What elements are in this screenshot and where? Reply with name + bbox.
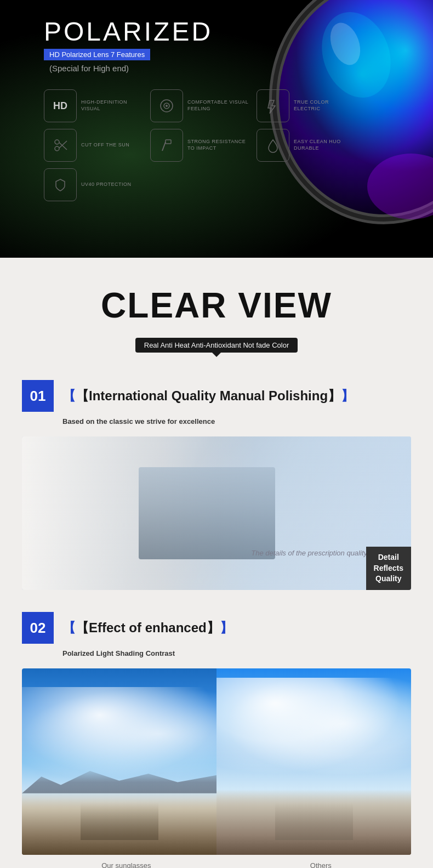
- section-02-subtitle: Polarized Light Shading Contrast: [62, 649, 411, 657]
- comparison-panels: [22, 668, 411, 855]
- section-01-header: 01 【【International Quality Manual Polish…: [22, 380, 411, 412]
- feature-hd: HD HIGH-DEFINITION VISUAL: [44, 89, 144, 122]
- eye-icon: [150, 89, 183, 122]
- section-02-title: 【【Effect of enhanced】】: [62, 619, 233, 637]
- section-01-title: 【【International Quality Manual Polishing…: [62, 387, 354, 405]
- section-01-subtitle: Based on the classic we strive for excel…: [62, 417, 411, 426]
- clear-view-title: CLEAR VIEW: [22, 285, 411, 326]
- hero-special: (Special for High end): [49, 64, 433, 73]
- comparison-image-container: [22, 668, 411, 855]
- hero-title: POLARIZED: [44, 16, 433, 47]
- features-grid: HD HIGH-DEFINITION VISUAL COMFORTABLE VI…: [44, 89, 356, 201]
- right-label: Others: [310, 861, 332, 868]
- comparison-labels: Our sunglasses Others: [22, 855, 411, 868]
- uv-label: UV40 PROTECTION: [81, 181, 132, 188]
- image-caption: The details of the prescription quality: [251, 549, 367, 557]
- left-label: Our sunglasses: [101, 861, 151, 868]
- svg-line-16: [162, 142, 166, 151]
- svg-line-14: [59, 141, 67, 148]
- section-02: 02 【【Effect of enhanced】】 Polarized Ligh…: [0, 601, 433, 868]
- feature-cutoff: CUT OFF THE SUN: [44, 129, 144, 162]
- polishing-image-container: The details of the prescription quality …: [22, 436, 411, 590]
- section-01: 01 【【International Quality Manual Polish…: [0, 364, 433, 601]
- drop-icon: [257, 129, 289, 162]
- left-panel: [22, 668, 216, 855]
- clear-view-subtitle: Real Anti Heat Anti-Antioxidant Not fade…: [135, 338, 298, 353]
- impact-label: STRONG RESISTANCE TO IMPACT: [187, 139, 250, 151]
- section-01-number: 01: [22, 380, 54, 412]
- hammer-icon: [150, 129, 183, 162]
- feature-uv: UV40 PROTECTION: [44, 168, 144, 201]
- detail-badge: DetailReflectsQuality: [366, 547, 411, 590]
- shield-icon: [44, 168, 77, 201]
- clouds-left: [22, 687, 216, 780]
- clear-view-section: CLEAR VIEW Real Anti Heat Anti-Antioxida…: [0, 258, 433, 364]
- section-02-header: 02 【【Effect of enhanced】】: [22, 612, 411, 644]
- comfortable-label: COMFORTABLE VISUAL FEELING: [187, 99, 250, 112]
- svg-point-11: [55, 140, 59, 144]
- scissors-icon: [44, 129, 77, 162]
- svg-point-12: [55, 146, 59, 151]
- feature-impact: STRONG RESISTANCE TO IMPACT: [150, 129, 250, 162]
- electric-icon: [257, 89, 289, 122]
- hd-badge: HD Polarized Lens 7 Features: [44, 49, 150, 60]
- svg-rect-15: [166, 140, 171, 144]
- svg-line-13: [59, 143, 67, 150]
- clouds-right: [216, 678, 411, 780]
- section-02-number: 02: [22, 612, 54, 644]
- svg-point-10: [166, 105, 168, 107]
- truecolor-label: TRUE COLOR ELECTRIC: [294, 99, 356, 112]
- right-panel: [216, 668, 411, 855]
- hd-icon: HD: [44, 89, 77, 122]
- cutoff-label: CUT OFF THE SUN: [81, 142, 129, 149]
- hero-section: POLARIZED HD Polarized Lens 7 Features (…: [0, 0, 433, 258]
- hero-content: POLARIZED HD Polarized Lens 7 Features (…: [0, 0, 433, 201]
- clean-label: EASY CLEAN HUO DURABLE: [294, 139, 356, 151]
- feature-clean: EASY CLEAN HUO DURABLE: [257, 129, 356, 162]
- feature-comfortable: COMFORTABLE VISUAL FEELING: [150, 89, 250, 122]
- hd-label: HIGH-DEFINITION VISUAL: [81, 99, 144, 112]
- feature-truecolor: TRUE COLOR ELECTRIC: [257, 89, 356, 122]
